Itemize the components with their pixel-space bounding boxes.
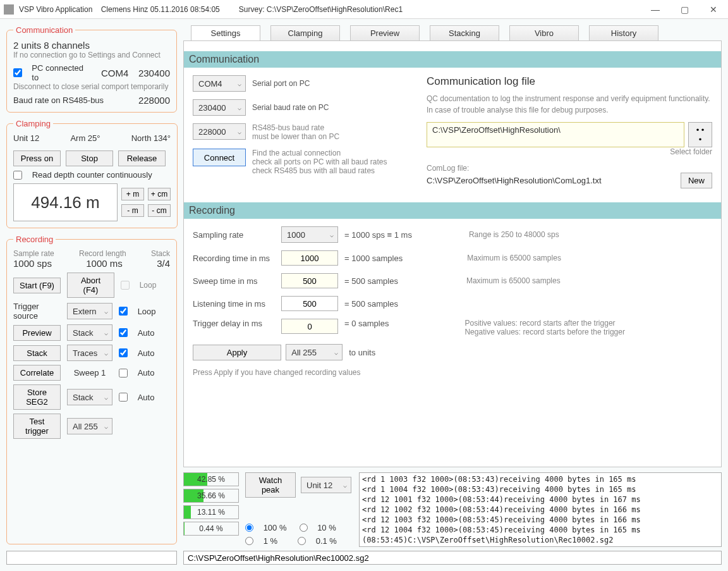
- press-on-button[interactable]: Press on: [13, 150, 61, 166]
- tab-vibro[interactable]: Vibro: [509, 25, 579, 40]
- apply-hint: Press Apply if you have changed recordin…: [193, 368, 712, 377]
- survey-path: C:\VSP\ZeroOffset\HighResolution\Rec1: [267, 5, 403, 14]
- watch-unit-select[interactable]: Unit 12: [301, 477, 351, 493]
- folder-path-field[interactable]: C:\VSP\ZeroOffset\HighResolution\: [427, 122, 684, 147]
- abort-button[interactable]: Abort (F4): [67, 273, 114, 298]
- survey-label: Survey:: [239, 5, 265, 14]
- clamping-group: Clamping Unit 12 Arm 25° North 134° Pres…: [6, 119, 178, 228]
- stack-label: Stack: [151, 249, 170, 258]
- clamp-legend: Clamping: [13, 119, 53, 128]
- tab-history[interactable]: History: [589, 25, 658, 40]
- close-button[interactable]: ✕: [699, 0, 728, 19]
- listen-time-input[interactable]: [281, 296, 338, 311]
- connect-lbl1: Find the actual connection: [252, 149, 387, 157]
- rs485-lbl1: RS485-bus baud rate: [252, 123, 339, 132]
- trigger-source-label: Trigger source: [13, 302, 61, 321]
- app-icon: [4, 4, 14, 15]
- comm-units: 2 units 8 channels: [13, 40, 170, 51]
- tab-preview[interactable]: Preview: [350, 25, 420, 40]
- radio-100[interactable]: 100 %: [245, 523, 287, 532]
- radio-10[interactable]: 10 %: [300, 523, 336, 532]
- pc-baud: 230400: [138, 68, 170, 78]
- minus-cm-button[interactable]: - cm: [148, 204, 171, 217]
- sweep1-label: Sweep 1: [67, 368, 112, 378]
- clamp-arm: Arm 25°: [70, 133, 100, 143]
- new-log-button[interactable]: New: [681, 173, 712, 188]
- tab-settings[interactable]: Settings: [191, 25, 260, 40]
- auto2-check[interactable]: Auto: [119, 348, 154, 358]
- sweep-time-label: Sweep time in ms: [193, 276, 281, 286]
- sampling-eq: = 1000 sps ≡ 1 ms: [344, 230, 412, 240]
- to-units-select[interactable]: All 255: [286, 344, 343, 360]
- rs485-baud-select[interactable]: 228000: [193, 123, 246, 140]
- radio-01[interactable]: 0.1 %: [298, 536, 337, 546]
- sweep-time-input[interactable]: [281, 273, 338, 288]
- units-select[interactable]: All 255: [67, 418, 112, 434]
- left-footer-input[interactable]: [6, 551, 177, 565]
- start-button[interactable]: Start (F9): [13, 278, 61, 293]
- sampling-range: Range is 250 to 48000 sps: [469, 230, 559, 239]
- auto4-check[interactable]: Auto: [119, 393, 154, 402]
- title-text: VSP Vibro Application Clemens Hinz 05.11…: [19, 5, 641, 14]
- read-depth-check[interactable]: Read depth counter continuously: [13, 170, 171, 180]
- preview-mode-select[interactable]: Stack: [67, 324, 112, 341]
- recording-header: Recording: [184, 202, 721, 219]
- minimize-button[interactable]: —: [641, 0, 670, 19]
- logfile-desc: QC documentation to log the instrument r…: [427, 93, 712, 116]
- release-button[interactable]: Release: [118, 150, 166, 166]
- minus-m-button[interactable]: - m: [121, 204, 144, 217]
- watch-peak-button[interactable]: Watch peak: [245, 472, 296, 498]
- com-port-select[interactable]: COM4: [193, 75, 246, 92]
- listen-eq: = 500 samples: [344, 299, 398, 309]
- pc-connected-checkbox[interactable]: [13, 68, 22, 77]
- test-trigger-button[interactable]: Test trigger: [13, 414, 61, 439]
- len-label: Record length: [79, 249, 126, 258]
- select-folder-label: Select folder: [427, 147, 712, 156]
- settings-pane: Communication COM4 Serial port on PC 230…: [183, 41, 722, 467]
- sampling-label: Sampling rate: [193, 230, 281, 240]
- pc-connected-check[interactable]: PC connected to: [13, 63, 91, 82]
- sr-val: 1000 sps: [13, 258, 52, 269]
- pc-port: COM4: [101, 68, 128, 78]
- stop-button[interactable]: Stop: [66, 150, 113, 166]
- rec-time-input[interactable]: [281, 250, 338, 266]
- tab-stacking[interactable]: Stacking: [430, 25, 499, 40]
- tab-clamping[interactable]: Clamping: [270, 25, 340, 40]
- clamp-north: North 134°: [131, 133, 171, 143]
- store-seg2-button[interactable]: Store SEG2: [13, 384, 61, 410]
- apply-button[interactable]: Apply: [193, 345, 281, 360]
- read-depth-checkbox[interactable]: [13, 171, 22, 180]
- trig-delay-label: Trigger delay in ms: [193, 319, 281, 328]
- browse-folder-button[interactable]: • • •: [688, 122, 712, 147]
- log-area[interactable]: <rd 1 1003 f32 1000>(08:53:43)receiving …: [359, 472, 722, 547]
- communication-group: Communication 2 units 8 channels If no c…: [6, 25, 177, 113]
- loop2-check[interactable]: Loop: [119, 307, 156, 316]
- maximize-button[interactable]: ▢: [670, 0, 699, 19]
- stack-mode-select[interactable]: Traces: [67, 345, 112, 361]
- sampling-select[interactable]: 1000: [281, 226, 338, 243]
- trigger-source-select[interactable]: Extern: [67, 303, 112, 319]
- com-port-label: Serial port on PC: [252, 79, 310, 88]
- titlebar: VSP Vibro Application Clemens Hinz 05.11…: [0, 0, 728, 19]
- preview-button[interactable]: Preview: [13, 325, 61, 341]
- store-mode-select[interactable]: Stack: [67, 389, 112, 405]
- trig-delay-input[interactable]: [281, 319, 338, 334]
- to-units-label: to units: [349, 348, 375, 357]
- auto1-check[interactable]: Auto: [119, 328, 154, 338]
- plus-cm-button[interactable]: + cm: [148, 188, 171, 200]
- tab-strip: Settings Clamping Preview Stacking Vibro…: [183, 25, 722, 41]
- comlog-path: C:\VSP\ZeroOffset\HighResolution\ComLog1…: [427, 176, 677, 185]
- connect-button[interactable]: Connect: [193, 149, 246, 166]
- radio-1[interactable]: 1 %: [245, 536, 277, 546]
- rec-time-label: Recording time in ms: [193, 254, 281, 263]
- stack-button[interactable]: Stack: [13, 345, 61, 361]
- auto3-check[interactable]: Auto: [119, 368, 154, 378]
- loop1-check[interactable]: Loop: [121, 281, 156, 290]
- footer-path-input[interactable]: [183, 551, 722, 565]
- plus-m-button[interactable]: + m: [121, 188, 144, 200]
- trig-hint1: Positive values: record starts after the…: [464, 319, 624, 328]
- rs485-lbl2: must be lower than on PC: [252, 132, 339, 141]
- pc-baud-select[interactable]: 230400: [193, 99, 246, 116]
- sweep-max: Maximum is 65000 samples: [466, 276, 561, 285]
- correlate-button[interactable]: Correlate: [13, 365, 61, 381]
